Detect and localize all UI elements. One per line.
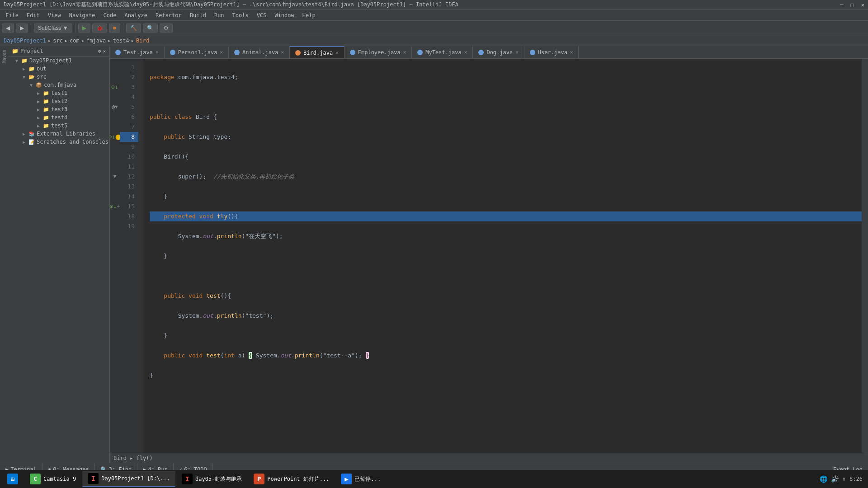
- tree-test5[interactable]: ▶ 📁 test5: [8, 122, 109, 130]
- menu-tools[interactable]: Tools: [229, 11, 252, 19]
- tab-user[interactable]: User.java ✕: [524, 46, 579, 58]
- back-btn[interactable]: ◀: [2, 23, 14, 33]
- menu-edit[interactable]: Edit: [23, 11, 43, 19]
- tab-animal[interactable]: Animal.java ✕: [229, 46, 290, 58]
- taskbar-media[interactable]: ▶ 已暂停...: [335, 471, 386, 487]
- close-tab-dog[interactable]: ✕: [515, 49, 519, 55]
- maven-icon[interactable]: Maven: [1, 48, 8, 65]
- menu-vcs[interactable]: VCS: [253, 11, 270, 19]
- build-btn[interactable]: 🔨: [126, 23, 141, 33]
- sidebar-close-icon[interactable]: ✕: [103, 48, 106, 54]
- taskbar-start[interactable]: ⊞: [2, 471, 24, 487]
- intellij-icon-1: I: [88, 473, 99, 484]
- menu-view[interactable]: View: [44, 11, 65, 19]
- tree-test4[interactable]: ▶ 📁 test4: [8, 113, 109, 122]
- close-tab-person1[interactable]: ✕: [220, 49, 223, 55]
- run-btn[interactable]: ▶: [78, 23, 90, 33]
- override-icon-15[interactable]: ⊙↓: [110, 202, 117, 211]
- volume-icon[interactable]: 🔊: [831, 475, 839, 483]
- taskbar-intellij-active[interactable]: I Day05Project1 [D:\...: [82, 471, 175, 487]
- tree-test3[interactable]: ▶ 📁 test3: [8, 105, 109, 113]
- code-line-1: package com.fmjava.test4;: [150, 72, 862, 82]
- stop-btn[interactable]: ■: [109, 23, 120, 33]
- breadcrumb-src[interactable]: src: [53, 38, 63, 44]
- menu-run[interactable]: Run: [211, 11, 228, 19]
- title-text: Day05Project1 [D:\Java零基础到项目系统实验\day05-封…: [4, 1, 458, 9]
- taskbar-intellij-2[interactable]: I day05-封装与继承: [176, 471, 247, 487]
- tab-test[interactable]: Test.java ✕: [110, 46, 165, 58]
- code-line-10: }: [150, 251, 862, 261]
- menu-file[interactable]: File: [2, 11, 22, 19]
- code-editor[interactable]: ⊙↓ @ ▼ ⊙↓ ⬤ ▼: [110, 59, 868, 453]
- close-tab-employee[interactable]: ✕: [403, 49, 406, 55]
- gutter-4: [110, 92, 120, 102]
- code-line-3: public class Bird {: [150, 112, 862, 122]
- breadcrumb-project[interactable]: Day05Project1: [4, 38, 46, 44]
- debug-btn[interactable]: 🐞: [92, 23, 107, 33]
- battery-icon[interactable]: ⬆: [842, 475, 846, 483]
- editor-nav-bar: Bird ▸ fly(): [110, 453, 868, 463]
- settings-btn[interactable]: ⚙: [160, 23, 173, 33]
- fold-icon-5[interactable]: ▼: [115, 102, 118, 112]
- minimize-btn[interactable]: ─: [840, 2, 843, 8]
- code-line-2: [150, 92, 862, 102]
- menu-bar: File Edit View Navigate Code Analyze Ref…: [0, 10, 868, 21]
- tree-scratches[interactable]: ▶ 📝 Scratches and Consoles: [8, 138, 109, 146]
- sidebar-settings-icon[interactable]: ⚙: [98, 48, 101, 54]
- gutter-18: [110, 211, 120, 221]
- breadcrumb-fmjava[interactable]: fmjava: [86, 38, 106, 44]
- tree-external-libraries[interactable]: ▶ 📚 External Libraries: [8, 130, 109, 138]
- menu-refactor[interactable]: Refactor: [152, 11, 185, 19]
- menu-build[interactable]: Build: [186, 11, 210, 19]
- tab-dog[interactable]: Dog.java ✕: [473, 46, 524, 58]
- tree-out[interactable]: ▶ 📁 out: [8, 65, 109, 73]
- close-tab-mytest[interactable]: ✕: [464, 49, 467, 55]
- taskbar-camtasia[interactable]: C Camtasia 9: [24, 471, 81, 487]
- linenum-12: 12: [120, 172, 138, 182]
- code-line-9: System.out.println("在天空飞");: [150, 231, 862, 241]
- close-btn[interactable]: ✕: [861, 2, 864, 8]
- gutter-19: [110, 221, 120, 231]
- left-panel-gutter: Maven: [0, 46, 8, 463]
- gutter-9: [110, 142, 120, 152]
- tab-person1[interactable]: Person1.java ✕: [165, 46, 229, 58]
- gutter-10: [110, 152, 120, 162]
- tree-day05project1[interactable]: ▼ 📁 Day05Project1: [8, 56, 109, 65]
- close-tab-bird[interactable]: ✕: [335, 50, 339, 56]
- tree-com-fmjava[interactable]: ▼ 📦 com.fmjava: [8, 81, 109, 89]
- maximize-btn[interactable]: □: [851, 2, 854, 8]
- forward-btn[interactable]: ▶: [16, 23, 28, 33]
- menu-help[interactable]: Help: [299, 11, 319, 19]
- menu-window[interactable]: Window: [271, 11, 297, 19]
- code-content[interactable]: package com.fmjava.test4; public class B…: [142, 59, 862, 453]
- breadcrumb-com[interactable]: com: [70, 38, 80, 44]
- camtasia-icon: C: [30, 474, 41, 484]
- editor-line-gutter: ⊙↓ @ ▼ ⊙↓ ⬤ ▼: [110, 59, 120, 453]
- project-header: 📁 Project ⚙ ✕: [8, 46, 109, 56]
- breadcrumb-bird[interactable]: Bird: [136, 38, 149, 44]
- implement-icon[interactable]: ⊙↓: [111, 82, 118, 92]
- menu-code[interactable]: Code: [100, 11, 120, 19]
- linenum-2: 2: [120, 72, 138, 82]
- editor-right-gutter: [862, 59, 868, 453]
- override-icon[interactable]: ⊙↓: [110, 132, 115, 142]
- tree-test2[interactable]: ▶ 📁 test2: [8, 97, 109, 105]
- tab-bird[interactable]: Bird.java ✕: [290, 46, 344, 58]
- close-tab-animal[interactable]: ✕: [281, 49, 284, 55]
- tab-employee[interactable]: Employee.java ✕: [344, 46, 412, 58]
- tree-test1[interactable]: ▶ 📁 test1: [8, 89, 109, 97]
- tab-mytest[interactable]: MyTest.java ✕: [412, 46, 473, 58]
- breadcrumb-test4[interactable]: test4: [113, 38, 129, 44]
- code-line-12: public void test(){: [150, 291, 862, 301]
- search-btn[interactable]: 🔍: [143, 23, 158, 33]
- network-icon[interactable]: 🌐: [820, 475, 827, 483]
- close-tab-user[interactable]: ✕: [570, 49, 573, 55]
- menu-navigate[interactable]: Navigate: [66, 11, 99, 19]
- close-tab-test[interactable]: ✕: [156, 49, 159, 55]
- fold-icon-12[interactable]: ▼: [113, 172, 117, 182]
- project-dropdown[interactable]: SubClass ▼: [34, 23, 72, 33]
- menu-analyze[interactable]: Analyze: [121, 11, 151, 19]
- tree-src[interactable]: ▼ 📂 src: [8, 73, 109, 81]
- taskbar-powerpoint[interactable]: P PowerPoint 幻灯片...: [248, 471, 335, 487]
- nav-path: Bird ▸ fly(): [113, 455, 153, 461]
